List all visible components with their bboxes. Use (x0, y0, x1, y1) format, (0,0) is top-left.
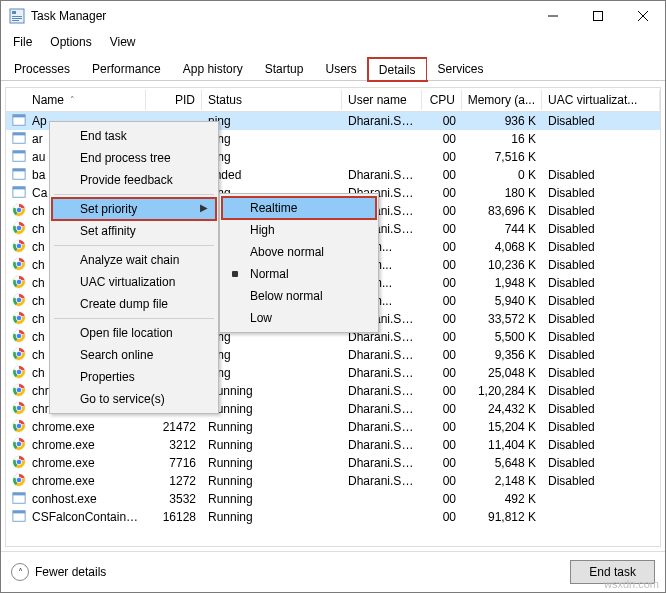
cell-user: Dharani.Sh... (342, 401, 422, 417)
col-pid[interactable]: PID (146, 90, 202, 110)
table-row[interactable]: chrome.exe1272RunningDharani.Sh...002,14… (6, 472, 660, 490)
svg-rect-18 (13, 186, 25, 189)
cell-mem: 7,516 K (462, 149, 542, 165)
priority-below-normal[interactable]: Below normal (222, 285, 376, 307)
cell-cpu: 00 (422, 275, 462, 291)
tab-performance[interactable]: Performance (81, 57, 172, 80)
ctx-set-affinity[interactable]: Set affinity (52, 220, 216, 242)
cell-user: Dharani.Sh... (342, 437, 422, 453)
ctx-goto-service[interactable]: Go to service(s) (52, 388, 216, 410)
cell-mem: 5,940 K (462, 293, 542, 309)
menu-options[interactable]: Options (48, 33, 93, 51)
ctx-open-location[interactable]: Open file location (52, 322, 216, 344)
cell-uac: Disabled (542, 239, 660, 255)
col-uac[interactable]: UAC virtualizat... (542, 90, 660, 110)
cell-status: ning (202, 365, 342, 381)
col-user[interactable]: User name (342, 90, 422, 110)
cell-cpu: 00 (422, 365, 462, 381)
table-row[interactable]: CSFalconContainer.e16128Running0091,812 … (6, 508, 660, 526)
ctx-set-priority[interactable]: Set priority▶ (52, 198, 216, 220)
table-row[interactable]: conhost.exe3532Running00492 K (6, 490, 660, 508)
cell-mem: 25,048 K (462, 365, 542, 381)
cell-pid: 21472 (146, 419, 202, 435)
priority-realtime[interactable]: Realtime (222, 197, 376, 219)
cell-uac: Disabled (542, 437, 660, 453)
col-name[interactable]: Name˄ (26, 90, 146, 110)
table-row[interactable]: chrome.exe21472RunningDharani.Sh...0015,… (6, 418, 660, 436)
col-status[interactable]: Status (202, 90, 342, 110)
close-button[interactable] (620, 1, 665, 31)
cell-mem: 5,500 K (462, 329, 542, 345)
ctx-search-online[interactable]: Search online (52, 344, 216, 366)
cell-status: Running (202, 419, 342, 435)
process-icon (6, 454, 26, 473)
cell-user (342, 498, 422, 500)
process-icon (6, 112, 26, 131)
cell-mem: 15,204 K (462, 419, 542, 435)
cell-name: conhost.exe (26, 491, 146, 507)
priority-high[interactable]: High (222, 219, 376, 241)
priority-normal[interactable]: Normal (222, 263, 376, 285)
cell-cpu: 00 (422, 167, 462, 183)
ctx-end-tree[interactable]: End process tree (52, 147, 216, 169)
priority-submenu: Realtime High Above normal Normal Below … (219, 193, 379, 333)
cell-pid: 1272 (146, 473, 202, 489)
svg-rect-4 (12, 20, 19, 21)
col-name-label: Name (32, 93, 64, 107)
footer: ˄ Fewer details End task (1, 551, 665, 592)
title-bar: Task Manager (1, 1, 665, 31)
cell-name: chrome.exe (26, 455, 146, 471)
cell-mem: 11,404 K (462, 437, 542, 453)
col-cpu[interactable]: CPU (422, 90, 462, 110)
cell-uac: Disabled (542, 401, 660, 417)
menu-file[interactable]: File (11, 33, 34, 51)
cell-mem: 91,812 K (462, 509, 542, 525)
cell-user (342, 156, 422, 158)
ctx-uac[interactable]: UAC virtualization (52, 271, 216, 293)
fewer-details-button[interactable]: ˄ Fewer details (11, 563, 106, 581)
table-row[interactable]: chrome.exe7716RunningDharani.Sh...005,64… (6, 454, 660, 472)
cell-mem: 5,648 K (462, 455, 542, 471)
cell-user: Dharani.Sh... (342, 365, 422, 381)
cell-uac: Disabled (542, 347, 660, 363)
cell-status: ended (202, 167, 342, 183)
cell-pid: 7716 (146, 455, 202, 471)
cell-status: Running (202, 437, 342, 453)
col-mem[interactable]: Memory (a... (462, 90, 542, 110)
process-icon (6, 166, 26, 185)
cell-mem: 180 K (462, 185, 542, 201)
minimize-button[interactable] (530, 1, 575, 31)
cell-status: Running (202, 383, 342, 399)
cell-user: Dharani.Sh... (342, 455, 422, 471)
tab-apphistory[interactable]: App history (172, 57, 254, 80)
priority-above-normal[interactable]: Above normal (222, 241, 376, 263)
process-icon (6, 382, 26, 401)
sort-arrow-icon: ˄ (70, 95, 75, 105)
menu-view[interactable]: View (108, 33, 138, 51)
ctx-properties[interactable]: Properties (52, 366, 216, 388)
cell-user: Dharani.Sh... (342, 113, 422, 129)
cell-pid: 3212 (146, 437, 202, 453)
cell-mem: 24,432 K (462, 401, 542, 417)
context-menu: End task End process tree Provide feedba… (49, 121, 219, 414)
ctx-end-task[interactable]: End task (52, 125, 216, 147)
ctx-analyze[interactable]: Analyze wait chain (52, 249, 216, 271)
maximize-button[interactable] (575, 1, 620, 31)
cell-user: Dharani.Sh... (342, 419, 422, 435)
tab-processes[interactable]: Processes (3, 57, 81, 80)
cell-cpu: 00 (422, 185, 462, 201)
cell-cpu: 00 (422, 437, 462, 453)
cell-mem: 492 K (462, 491, 542, 507)
ctx-dump[interactable]: Create dump file (52, 293, 216, 315)
cell-uac: Disabled (542, 473, 660, 489)
cell-uac: Disabled (542, 257, 660, 273)
tab-startup[interactable]: Startup (254, 57, 315, 80)
tab-users[interactable]: Users (314, 57, 367, 80)
end-task-button[interactable]: End task (570, 560, 655, 584)
cell-user (342, 516, 422, 518)
table-row[interactable]: chrome.exe3212RunningDharani.Sh...0011,4… (6, 436, 660, 454)
tab-details[interactable]: Details (368, 58, 427, 81)
ctx-feedback[interactable]: Provide feedback (52, 169, 216, 191)
priority-low[interactable]: Low (222, 307, 376, 329)
tab-services[interactable]: Services (427, 57, 495, 80)
